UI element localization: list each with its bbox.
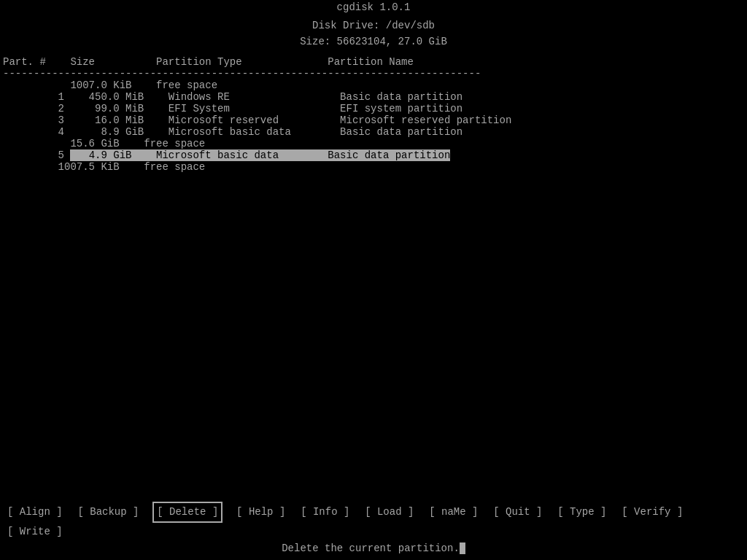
table-rows: 1007.0 KiB free space 1 450.0 MiB Window…	[3, 79, 747, 173]
table-row[interactable]: 15.6 GiB free space	[3, 138, 205, 149]
table-row[interactable]: 3 16.0 MiB Microsoft reserved Microsoft …	[3, 114, 511, 126]
app-title: cgdisk 1.0.1	[337, 1, 411, 13]
verify-button[interactable]: [ Verify ]	[620, 503, 684, 521]
table-headers: Part. # Size Partition Type Partition Na…	[3, 56, 747, 79]
disk-size-label: Size: 56623104, 27.0 GiB	[0, 34, 747, 50]
table-row[interactable]: 1007.5 KiB free space	[3, 161, 205, 173]
table-row[interactable]: 1007.0 KiB free space	[3, 79, 217, 91]
help-button[interactable]: [ Help ]	[235, 503, 287, 521]
table-row[interactable]: 2 99.0 MiB EFI System EFI system partiti…	[3, 103, 462, 114]
load-button[interactable]: [ Load ]	[363, 503, 415, 521]
button-row-2: [ Write ]	[6, 523, 741, 541]
type-button[interactable]: [ Type ]	[556, 503, 608, 521]
status-message: Delete the current partition.	[282, 542, 460, 554]
quit-button[interactable]: [ Quit ]	[492, 503, 543, 521]
partition-table: Part. # Size Partition Type Partition Na…	[0, 56, 747, 173]
delete-button[interactable]: [ Delete ]	[152, 502, 222, 523]
button-row-1: [ Align ] [ Backup ] [ Delete ] [ Help ]…	[6, 502, 741, 523]
table-row[interactable]: 4 8.9 GiB Microsoft basic data Basic dat…	[3, 126, 462, 138]
align-button[interactable]: [ Align ]	[6, 503, 64, 521]
terminal-screen: cgdisk 1.0.1 Disk Drive: /dev/sdb Size: …	[0, 0, 747, 560]
disk-info: Disk Drive: /dev/sdb Size: 56623104, 27.…	[0, 18, 747, 50]
name-button[interactable]: [ naMe ]	[427, 503, 479, 521]
bottom-bar: [ Align ] [ Backup ] [ Delete ] [ Help ]…	[0, 499, 747, 560]
cursor	[460, 542, 465, 554]
table-row[interactable]: 1 450.0 MiB Windows RE Basic data partit…	[3, 91, 462, 103]
info-button[interactable]: [ Info ]	[299, 503, 351, 521]
backup-button[interactable]: [ Backup ]	[76, 503, 140, 521]
status-text: Delete the current partition.	[6, 542, 741, 554]
app-title-bar: cgdisk 1.0.1	[0, 0, 747, 15]
disk-drive-label: Disk Drive: /dev/sdb	[0, 18, 747, 34]
table-row-selected[interactable]: 5 4.9 GiB Microsoft basic data Basic dat…	[3, 149, 450, 161]
write-button[interactable]: [ Write ]	[6, 523, 64, 541]
